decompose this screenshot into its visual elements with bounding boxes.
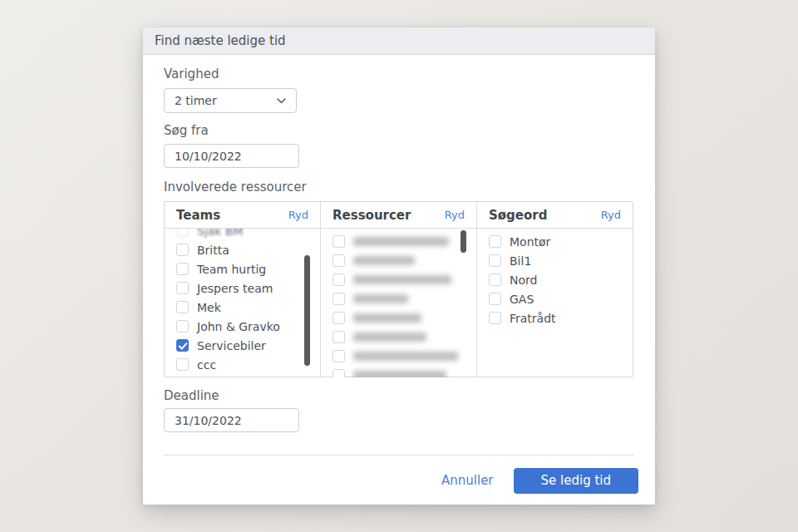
checkbox-item[interactable]: [332, 289, 476, 308]
dialog-title: Find næste ledige tid: [155, 33, 286, 48]
checkbox-unchecked[interactable]: [176, 282, 189, 294]
column-teams: TeamsRydSjak BMBrittaTeam hurtigJespers …: [165, 202, 321, 377]
checkbox-item[interactable]: Montør: [489, 232, 633, 251]
checkbox-unchecked[interactable]: [332, 235, 345, 248]
checkbox-unchecked[interactable]: [332, 254, 345, 267]
column-list-ressourcer[interactable]: [321, 229, 476, 377]
redacted-item-label: [353, 256, 415, 265]
checkbox-unchecked[interactable]: [176, 244, 189, 256]
item-label: Jespers team: [197, 282, 273, 295]
item-label: Britta: [197, 244, 229, 257]
item-label: Montør: [510, 235, 550, 249]
column-ressourcer: RessourcerRyd: [321, 202, 477, 377]
checkbox-item[interactable]: ccc: [176, 355, 320, 374]
checkbox-unchecked[interactable]: [332, 331, 345, 343]
checkbox-item[interactable]: GAS: [489, 289, 633, 308]
checkbox-item[interactable]: [332, 366, 476, 377]
checkbox-unchecked[interactable]: [489, 254, 501, 267]
checkbox-item[interactable]: Servicebiler: [176, 336, 320, 355]
redacted-item-label: [353, 294, 408, 303]
checkbox-checked[interactable]: [176, 339, 189, 352]
dialog-header: Find næste ledige tid: [143, 27, 655, 55]
column-title-soegeord: Søgeord: [489, 208, 547, 223]
item-label: ccc: [197, 358, 216, 372]
redacted-item-label: [353, 332, 426, 342]
checkbox-unchecked[interactable]: [332, 369, 345, 377]
item-label: Mek: [197, 301, 221, 314]
checkbox-unchecked[interactable]: [332, 293, 345, 305]
resource-columns: TeamsRydSjak BMBrittaTeam hurtigJespers …: [164, 201, 633, 377]
column-header-ressourcer: RessourcerRyd: [321, 202, 476, 229]
clear-link-ressourcer[interactable]: Ryd: [445, 209, 465, 221]
checkbox-unchecked[interactable]: [489, 273, 501, 286]
deadline-input[interactable]: [164, 408, 299, 432]
item-label: Team hurtig: [197, 263, 266, 276]
redacted-item-label: [353, 313, 421, 323]
column-soegeord: SøgeordRydMontørBil1NordGASFratrådt: [477, 202, 633, 377]
item-label: John & Gravko: [197, 320, 280, 333]
checkbox-item[interactable]: Sjak BM: [176, 229, 320, 240]
checkbox-unchecked[interactable]: [176, 301, 189, 313]
duration-label: Varighed: [164, 68, 633, 81]
item-label: Bil1: [510, 254, 531, 268]
column-title-teams: Teams: [176, 208, 220, 223]
redacted-item-label: [353, 371, 446, 377]
see-available-time-button[interactable]: Se ledig tid: [514, 468, 638, 494]
checkbox-unchecked[interactable]: [176, 229, 189, 237]
involved-resources-label: Involverede ressourcer: [164, 181, 633, 194]
search-from-label: Søg fra: [164, 125, 633, 137]
redacted-item-label: [353, 275, 451, 284]
item-label: Fratrådt: [510, 312, 556, 325]
scrollbar-thumb[interactable]: [461, 230, 466, 253]
checkbox-item[interactable]: Jespers team: [176, 278, 320, 298]
item-label: Servicebiler: [197, 339, 266, 352]
deadline-label: Deadline: [164, 390, 633, 402]
checkbox-item[interactable]: John & Gravko: [176, 317, 320, 336]
checkbox-item[interactable]: [332, 347, 476, 366]
column-header-soegeord: SøgeordRyd: [477, 202, 633, 229]
checkbox-item[interactable]: [332, 308, 476, 328]
checkbox-item[interactable]: [332, 251, 476, 270]
checkbox-unchecked[interactable]: [332, 273, 345, 286]
checkbox-item[interactable]: Team hurtig: [176, 259, 320, 278]
column-title-ressourcer: Ressourcer: [332, 208, 411, 223]
item-label: GAS: [510, 293, 534, 306]
clear-link-teams[interactable]: Ryd: [288, 209, 308, 221]
checkbox-item[interactable]: [332, 270, 476, 289]
chevron-down-icon: [277, 98, 286, 104]
checkbox-item[interactable]: [332, 232, 476, 251]
checkbox-unchecked[interactable]: [332, 350, 345, 362]
column-list-teams[interactable]: Sjak BMBrittaTeam hurtigJespers teamMekJ…: [165, 229, 320, 377]
checkbox-unchecked[interactable]: [489, 312, 501, 324]
search-from-input[interactable]: [164, 144, 299, 168]
dialog-footer: Annuller Se ledig tid: [143, 456, 655, 505]
duration-select[interactable]: 2 timer: [164, 88, 297, 113]
checkbox-unchecked[interactable]: [176, 320, 189, 332]
redacted-item-label: [353, 352, 458, 361]
item-label: Nord: [510, 273, 537, 287]
checkbox-item[interactable]: Britta: [176, 240, 320, 259]
column-list-soegeord[interactable]: MontørBil1NordGASFratrådt: [477, 229, 633, 377]
checkbox-item[interactable]: Mek: [176, 298, 320, 317]
cancel-button[interactable]: Annuller: [441, 473, 494, 488]
checkbox-unchecked[interactable]: [176, 263, 189, 275]
dialog-body: Varighed 2 timer Søg fra Involverede res…: [143, 55, 655, 456]
clear-link-soegeord[interactable]: Ryd: [601, 209, 621, 221]
checkbox-unchecked[interactable]: [176, 358, 189, 371]
item-label: Sjak BM: [197, 229, 244, 238]
checkbox-unchecked[interactable]: [489, 235, 501, 248]
scrollbar-thumb[interactable]: [304, 255, 310, 366]
checkbox-item[interactable]: [332, 328, 476, 347]
duration-select-value: 2 timer: [175, 94, 217, 107]
column-header-teams: TeamsRyd: [165, 202, 320, 229]
checkbox-item[interactable]: Bil1: [489, 251, 633, 270]
checkbox-unchecked[interactable]: [489, 293, 501, 305]
find-next-available-time-dialog: Find næste ledige tid Varighed 2 timer S…: [143, 27, 655, 505]
checkbox-item[interactable]: Nord: [489, 270, 633, 289]
checkbox-item[interactable]: Fratrådt: [489, 308, 633, 328]
checkbox-unchecked[interactable]: [332, 312, 345, 324]
redacted-item-label: [353, 237, 449, 246]
